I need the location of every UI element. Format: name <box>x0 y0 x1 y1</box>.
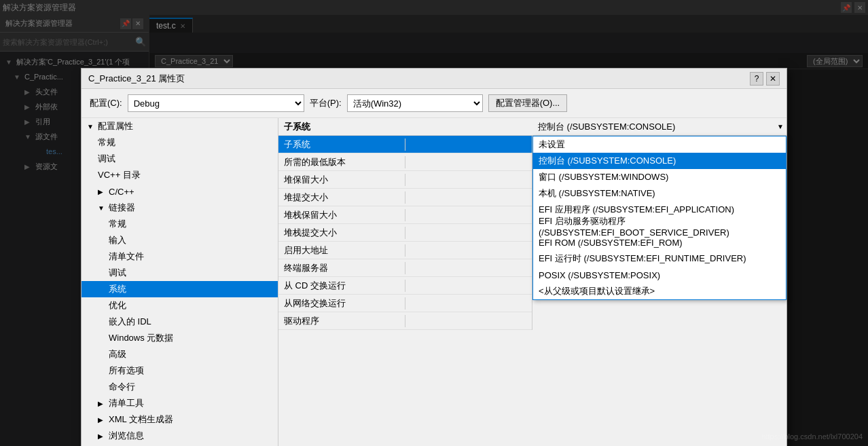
dropdown-option-native[interactable]: 本机 (/SUBSYSTEM:NATIVE) <box>533 185 786 202</box>
prop-row-driver[interactable]: 驱动程序 <box>278 312 532 330</box>
prop-tree-item-system[interactable]: 系统 <box>82 281 278 297</box>
dropdown-option-console[interactable]: 控制台 (/SUBSYSTEM:CONSOLE) <box>533 153 786 169</box>
dropdown-option-efi-boot[interactable]: EFI 启动服务驱动程序 (/SUBSYSTEM:EFI_BOOT_SERVIC… <box>533 218 786 234</box>
prop-tree-item-linker-general[interactable]: 常规 <box>82 216 278 232</box>
prop-name-stackcommit: 堆栈提交大小 <box>278 227 405 239</box>
prop-tree-item-linker[interactable]: ▼ 链接器 <box>82 200 278 216</box>
vcdir-label: VC++ 目录 <box>98 169 141 181</box>
cleantool-arrow: ▶ <box>98 400 106 407</box>
embedded-idl-label: 嵌入的 IDL <box>109 316 151 328</box>
property-dialog: C_Practice_3_21 属性页 ? ✕ 配置(C): Debug 平台(… <box>81 68 787 446</box>
prop-tree-item-debug[interactable]: 调试 <box>82 151 278 167</box>
linker-debug-label: 调试 <box>109 267 126 279</box>
dialog-titlebar: C_Practice_3_21 属性页 ? ✕ <box>82 69 786 89</box>
platform-label: 平台(P): <box>310 97 342 109</box>
prop-name-heapreserve: 堆保留大小 <box>278 174 405 186</box>
platform-select[interactable]: 活动(Win32) <box>347 94 483 112</box>
manifest-label: 清单文件 <box>109 250 144 263</box>
dialog-tree-panel: ▼ 配置属性 常规 调试 VC++ 目录 ▶ C/C++ ▼ <box>82 118 278 446</box>
prop-name-minver: 所需的最低版本 <box>278 156 405 168</box>
prop-name-heapcommit: 堆提交大小 <box>278 191 405 204</box>
prop-tree-item-cmdline[interactable]: 命令行 <box>82 379 278 395</box>
prop-row-terminal[interactable]: 终端服务器 <box>278 259 532 277</box>
selected-value-text: 控制台 (/SUBSYSTEM:CONSOLE) <box>538 121 675 133</box>
dialog-help-button[interactable]: ? <box>750 72 763 86</box>
prop-row-swapnet[interactable]: 从网络交换运行 <box>278 295 532 312</box>
cpp-arrow: ▶ <box>98 188 106 196</box>
dialog-body: ▼ 配置属性 常规 调试 VC++ 目录 ▶ C/C++ ▼ <box>82 118 786 446</box>
dropdown-arrow-icon: ▼ <box>777 123 784 130</box>
config-props-arrow: ▼ <box>87 123 95 130</box>
prop-tree-item-optimize[interactable]: 优化 <box>82 297 278 314</box>
prop-tree-item-xmldoc[interactable]: ▶ XML 文档生成器 <box>82 411 278 428</box>
config-label: 配置(C): <box>90 97 122 109</box>
prop-row-heapreserve[interactable]: 堆保留大小 <box>278 171 532 189</box>
browse-label: 浏览信息 <box>109 430 144 442</box>
prop-row-stackcommit[interactable]: 堆栈提交大小 <box>278 224 532 242</box>
prop-row-swapcd[interactable]: 从 CD 交换运行 <box>278 277 532 295</box>
subsystem-dropdown: 未设置 控制台 (/SUBSYSTEM:CONSOLE) 窗口 (/SUBSYS… <box>532 136 786 300</box>
general-label: 常规 <box>98 136 115 149</box>
system-label: 系统 <box>109 283 126 295</box>
prop-name-swapcd: 从 CD 交换运行 <box>278 280 405 292</box>
prop-list-left: 子系统 所需的最低版本 堆保留大小 堆提交大小 堆栈保留大小 <box>278 136 532 330</box>
linker-arrow: ▼ <box>98 204 106 212</box>
dialog-close-button[interactable]: ✕ <box>766 72 780 86</box>
prop-tree-item-cleantool[interactable]: ▶ 清单工具 <box>82 395 278 411</box>
browse-arrow: ▶ <box>98 432 106 440</box>
linker-input-label: 输入 <box>109 234 126 246</box>
prop-header-row: 子系统 控制台 (/SUBSYSTEM:CONSOLE) ▼ <box>278 118 786 136</box>
prop-name-swapnet: 从网络交换运行 <box>278 297 405 310</box>
linker-general-label: 常规 <box>109 218 126 230</box>
config-mgr-button[interactable]: 配置管理器(O)... <box>488 94 568 112</box>
all-options-label: 所有选项 <box>109 365 144 377</box>
prop-tree-item-cpp[interactable]: ▶ C/C++ <box>82 183 278 200</box>
dialog-config-row: 配置(C): Debug 平台(P): 活动(Win32) 配置管理器(O)..… <box>82 89 786 118</box>
advanced-label: 高级 <box>109 348 126 360</box>
optimize-label: 优化 <box>109 299 126 312</box>
prop-tree-item-all-options[interactable]: 所有选项 <box>82 363 278 379</box>
selected-prop-value-display[interactable]: 控制台 (/SUBSYSTEM:CONSOLE) ▼ <box>535 121 786 133</box>
cmdline-label: 命令行 <box>109 381 135 393</box>
prop-tree-item-manifest[interactable]: 清单文件 <box>82 248 278 265</box>
linker-label: 链接器 <box>109 202 135 214</box>
prop-name-stackreserve: 堆栈保留大小 <box>278 209 405 221</box>
dialog-title: C_Practice_3_21 属性页 <box>88 73 185 85</box>
dialog-props-panel: 子系统 控制台 (/SUBSYSTEM:CONSOLE) ▼ 未设置 控制台 (… <box>278 118 786 446</box>
dropdown-option-posix[interactable]: POSIX (/SUBSYSTEM:POSIX) <box>533 267 786 283</box>
prop-tree-item-linker-input[interactable]: 输入 <box>82 232 278 248</box>
modal-overlay: C_Practice_3_21 属性页 ? ✕ 配置(C): Debug 平台(… <box>0 0 868 446</box>
watermark: https://blog.csdn.net/lxl700204 <box>761 432 863 441</box>
dropdown-option-windows[interactable]: 窗口 (/SUBSYSTEM:WINDOWS) <box>533 169 786 185</box>
prop-tree-item-winmeta[interactable]: Windows 元数据 <box>82 330 278 346</box>
prop-name-largeaddr: 启用大地址 <box>278 244 405 257</box>
props-area: 未设置 控制台 (/SUBSYSTEM:CONSOLE) 窗口 (/SUBSYS… <box>278 136 786 446</box>
debug-label: 调试 <box>98 153 115 165</box>
prop-row-stackreserve[interactable]: 堆栈保留大小 <box>278 206 532 224</box>
prop-tree-item-config[interactable]: ▼ 配置属性 <box>82 118 278 134</box>
xmldoc-arrow: ▶ <box>98 416 106 424</box>
cpp-label: C/C++ <box>109 187 134 197</box>
prop-name-subsystem: 子系统 <box>278 138 405 151</box>
prop-row-heapcommit[interactable]: 堆提交大小 <box>278 189 532 206</box>
config-select[interactable]: Debug <box>128 94 304 112</box>
prop-tree-item-embedded-idl[interactable]: 嵌入的 IDL <box>82 314 278 330</box>
dropdown-option-unset[interactable]: 未设置 <box>533 136 786 153</box>
dialog-controls: ? ✕ <box>750 72 780 86</box>
prop-row-subsystem[interactable]: 子系统 <box>278 136 532 153</box>
prop-tree-item-vcdir[interactable]: VC++ 目录 <box>82 167 278 183</box>
prop-tree-item-advanced[interactable]: 高级 <box>82 346 278 363</box>
config-props-label: 配置属性 <box>98 120 133 132</box>
prop-name-terminal: 终端服务器 <box>278 262 405 274</box>
xmldoc-label: XML 文档生成器 <box>109 413 173 426</box>
prop-tree-item-linker-debug[interactable]: 调试 <box>82 265 278 281</box>
prop-row-minver[interactable]: 所需的最低版本 <box>278 153 532 171</box>
dropdown-option-efi-runtime[interactable]: EFI 运行时 (/SUBSYSTEM:EFI_RUNTIME_DRIVER) <box>533 250 786 267</box>
prop-tree-item-general[interactable]: 常规 <box>82 134 278 151</box>
cleantool-label: 清单工具 <box>109 397 144 409</box>
selected-prop-name: 子系统 <box>278 121 535 133</box>
dropdown-option-inherit[interactable]: <从父级或项目默认设置继承> <box>533 283 786 299</box>
winmeta-label: Windows 元数据 <box>109 332 173 344</box>
prop-row-largeaddr[interactable]: 启用大地址 <box>278 242 532 259</box>
prop-tree-item-browse[interactable]: ▶ 浏览信息 <box>82 428 278 444</box>
